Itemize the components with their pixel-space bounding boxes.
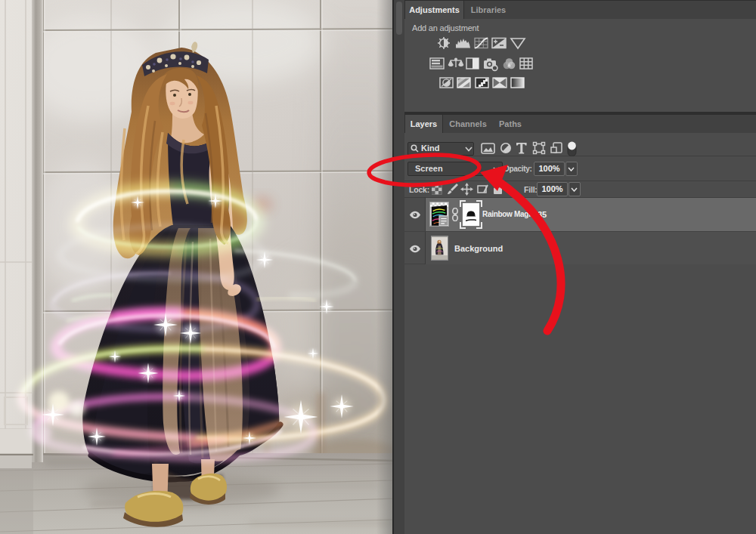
svg-text:Kind: Kind (421, 144, 439, 153)
